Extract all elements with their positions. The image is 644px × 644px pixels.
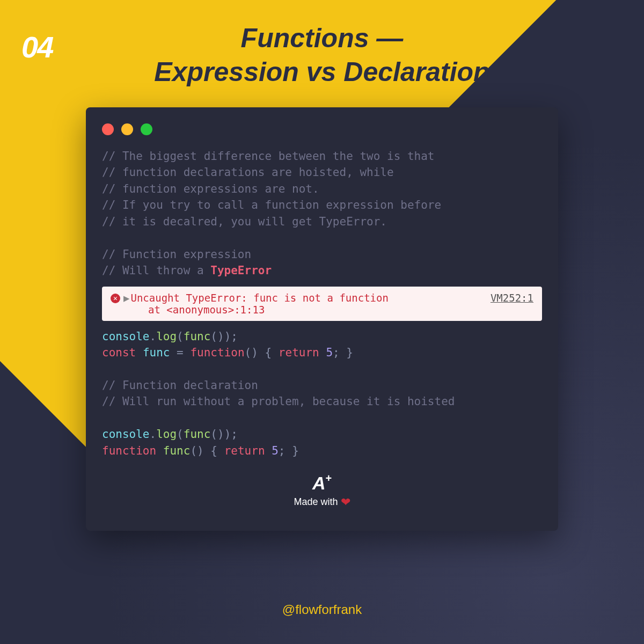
expand-caret-icon: ▶	[123, 292, 129, 304]
maximize-icon	[141, 123, 152, 135]
code-token: return	[224, 444, 265, 457]
code-window: // The biggest difference between the tw…	[86, 107, 558, 531]
title-line-1: Functions —	[0, 21, 644, 55]
heart-icon: ❤	[341, 495, 350, 509]
code-token: return	[279, 346, 319, 359]
minimize-icon	[121, 123, 133, 135]
error-source-ref: VM252:1	[491, 292, 533, 304]
code-token: console	[102, 428, 150, 441]
tagline: Made with ❤	[86, 495, 558, 509]
window-controls	[86, 123, 558, 148]
comment-line: // Will run without a problem, because i…	[102, 395, 455, 408]
comment-line: // function expressions are not.	[102, 182, 319, 195]
code-block: console.log(func()); const func = functi…	[86, 328, 558, 459]
comment-line: // function declarations are hoisted, wh…	[102, 166, 394, 179]
console-error: ✕▶Uncaught TypeError: func is not a func…	[102, 287, 542, 321]
comment-line: // Function expression	[102, 248, 251, 261]
code-token: func	[184, 428, 211, 441]
comment-line: // The biggest difference between the tw…	[102, 150, 435, 163]
page-title: Functions — Expression vs Declaration	[0, 21, 644, 89]
logo-badge: A+ Made with ❤	[86, 474, 558, 509]
code-token: func	[184, 330, 211, 343]
close-icon	[102, 123, 114, 135]
code-token: console	[102, 330, 150, 343]
code-token: 5	[326, 346, 333, 359]
comment-line: // Will throw a	[102, 264, 210, 277]
logo-mark: A+	[86, 474, 558, 492]
code-token: log	[156, 330, 177, 343]
comment-line: // If you try to call a function express…	[102, 199, 441, 211]
code-token: function	[190, 346, 244, 359]
error-icon: ✕	[111, 294, 120, 303]
code-token: func	[163, 444, 191, 457]
code-token: 5	[272, 444, 279, 457]
title-line-2: Expression vs Declaration	[0, 55, 644, 89]
error-stack: at <anonymous>:1:13	[111, 304, 533, 316]
code-token: const	[102, 346, 136, 359]
code-token: func	[143, 346, 170, 359]
code-block: // The biggest difference between the tw…	[86, 148, 558, 279]
author-handle: @flowforfrank	[0, 602, 644, 617]
code-token: function	[102, 444, 156, 457]
comment-line: // Function declaration	[102, 379, 258, 392]
typeerror-highlight: TypeError	[210, 264, 272, 277]
error-message: Uncaught TypeError: func is not a functi…	[130, 292, 388, 304]
comment-line: // it is decalred, you will get TypeErro…	[102, 215, 387, 228]
code-token: log	[156, 428, 177, 441]
